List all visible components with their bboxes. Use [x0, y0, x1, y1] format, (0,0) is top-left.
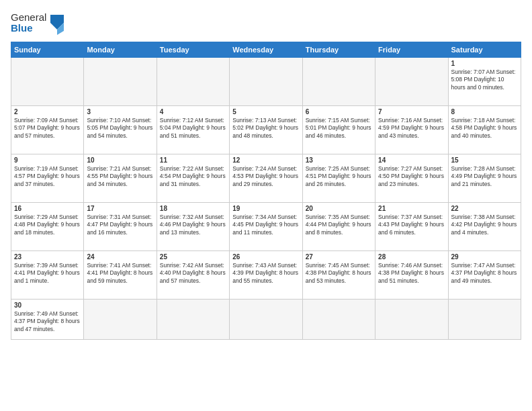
day-info: Sunrise: 7:16 AM Sunset: 4:59 PM Dayligh… [378, 117, 445, 140]
calendar-cell: 9Sunrise: 7:19 AM Sunset: 4:57 PM Daylig… [11, 154, 84, 203]
day-info: Sunrise: 7:41 AM Sunset: 4:41 PM Dayligh… [87, 262, 153, 285]
day-info: Sunrise: 7:24 AM Sunset: 4:53 PM Dayligh… [232, 165, 299, 188]
calendar-cell: 15Sunrise: 7:28 AM Sunset: 4:49 PM Dayli… [448, 154, 521, 203]
day-info: Sunrise: 7:28 AM Sunset: 4:49 PM Dayligh… [451, 165, 518, 188]
calendar-cell [302, 58, 375, 106]
calendar-cell: 3Sunrise: 7:10 AM Sunset: 5:05 PM Daylig… [84, 106, 157, 154]
calendar-cell [375, 300, 448, 340]
day-number: 30 [14, 302, 81, 309]
day-number: 10 [87, 156, 153, 164]
day-info: Sunrise: 7:43 AM Sunset: 4:39 PM Dayligh… [232, 262, 299, 285]
day-info: Sunrise: 7:42 AM Sunset: 4:40 PM Dayligh… [160, 262, 226, 285]
day-number: 11 [160, 156, 226, 164]
day-number: 6 [306, 108, 372, 116]
calendar-cell: 12Sunrise: 7:24 AM Sunset: 4:53 PM Dayli… [230, 154, 302, 203]
day-number: 22 [451, 205, 518, 212]
day-number: 5 [232, 108, 299, 116]
day-info: Sunrise: 7:35 AM Sunset: 4:44 PM Dayligh… [306, 214, 372, 236]
day-number: 13 [306, 156, 372, 164]
day-info: Sunrise: 7:25 AM Sunset: 4:51 PM Dayligh… [306, 165, 372, 188]
day-number: 23 [14, 253, 81, 261]
day-info: Sunrise: 7:49 AM Sunset: 4:37 PM Dayligh… [14, 310, 81, 333]
day-info: Sunrise: 7:10 AM Sunset: 5:05 PM Dayligh… [87, 117, 153, 140]
calendar-cell: 23Sunrise: 7:39 AM Sunset: 4:41 PM Dayli… [11, 251, 84, 300]
calendar-cell [230, 58, 302, 106]
weekday-header-sunday: Sunday [11, 42, 84, 58]
day-number: 17 [87, 205, 153, 212]
day-number: 15 [451, 156, 518, 164]
weekday-header-saturday: Saturday [448, 42, 521, 58]
calendar-cell: 1Sunrise: 7:07 AM Sunset: 5:08 PM Daylig… [448, 58, 521, 106]
calendar-cell [157, 300, 229, 340]
calendar-cell [448, 300, 521, 340]
day-info: Sunrise: 7:18 AM Sunset: 4:58 PM Dayligh… [451, 117, 518, 140]
calendar-cell: 19Sunrise: 7:34 AM Sunset: 4:45 PM Dayli… [230, 203, 302, 251]
day-info: Sunrise: 7:37 AM Sunset: 4:43 PM Dayligh… [378, 214, 445, 236]
day-info: Sunrise: 7:19 AM Sunset: 4:57 PM Dayligh… [14, 165, 81, 188]
day-number: 28 [378, 253, 445, 261]
weekday-header-tuesday: Tuesday [157, 42, 229, 58]
day-number: 24 [87, 253, 153, 261]
calendar-cell [84, 58, 157, 106]
calendar-cell: 28Sunrise: 7:46 AM Sunset: 4:38 PM Dayli… [375, 251, 448, 300]
day-number: 2 [14, 108, 81, 116]
calendar-cell [11, 58, 84, 106]
calendar-week-row: 1Sunrise: 7:07 AM Sunset: 5:08 PM Daylig… [11, 58, 521, 106]
calendar-cell: 17Sunrise: 7:31 AM Sunset: 4:47 PM Dayli… [84, 203, 157, 251]
page: General Blue SundayMondayTuesdayWednesda… [0, 0, 532, 411]
weekday-header-friday: Friday [375, 42, 448, 58]
calendar-cell: 24Sunrise: 7:41 AM Sunset: 4:41 PM Dayli… [84, 251, 157, 300]
day-number: 12 [232, 156, 299, 164]
calendar-week-row: 9Sunrise: 7:19 AM Sunset: 4:57 PM Daylig… [11, 154, 521, 203]
calendar-cell [230, 300, 302, 340]
day-info: Sunrise: 7:22 AM Sunset: 4:54 PM Dayligh… [160, 165, 226, 188]
calendar-cell: 6Sunrise: 7:15 AM Sunset: 5:01 PM Daylig… [302, 106, 375, 154]
calendar-cell: 21Sunrise: 7:37 AM Sunset: 4:43 PM Dayli… [375, 203, 448, 251]
calendar-cell [84, 300, 157, 340]
weekday-header-thursday: Thursday [302, 42, 375, 58]
calendar-cell: 10Sunrise: 7:21 AM Sunset: 4:55 PM Dayli… [84, 154, 157, 203]
weekday-header-wednesday: Wednesday [230, 42, 302, 58]
day-info: Sunrise: 7:13 AM Sunset: 5:02 PM Dayligh… [232, 117, 299, 140]
day-number: 9 [14, 156, 81, 164]
logo-shape-icon [48, 11, 66, 35]
calendar-cell: 13Sunrise: 7:25 AM Sunset: 4:51 PM Dayli… [302, 154, 375, 203]
calendar-week-row: 16Sunrise: 7:29 AM Sunset: 4:48 PM Dayli… [11, 203, 521, 251]
weekday-header-monday: Monday [84, 42, 157, 58]
day-number: 20 [306, 205, 372, 212]
day-number: 25 [160, 253, 226, 261]
calendar-cell: 20Sunrise: 7:35 AM Sunset: 4:44 PM Dayli… [302, 203, 375, 251]
calendar-cell: 2Sunrise: 7:09 AM Sunset: 5:07 PM Daylig… [11, 106, 84, 154]
day-number: 21 [378, 205, 445, 212]
day-info: Sunrise: 7:21 AM Sunset: 4:55 PM Dayligh… [87, 165, 153, 188]
day-info: Sunrise: 7:45 AM Sunset: 4:38 PM Dayligh… [306, 262, 372, 285]
calendar-cell: 7Sunrise: 7:16 AM Sunset: 4:59 PM Daylig… [375, 106, 448, 154]
logo: General Blue [11, 11, 66, 35]
day-info: Sunrise: 7:27 AM Sunset: 4:50 PM Dayligh… [378, 165, 445, 188]
day-number: 8 [451, 108, 518, 116]
calendar-cell: 16Sunrise: 7:29 AM Sunset: 4:48 PM Dayli… [11, 203, 84, 251]
calendar-week-row: 30Sunrise: 7:49 AM Sunset: 4:37 PM Dayli… [11, 300, 521, 340]
calendar-cell: 18Sunrise: 7:32 AM Sunset: 4:46 PM Dayli… [157, 203, 229, 251]
day-number: 4 [160, 108, 226, 116]
day-number: 3 [87, 108, 153, 116]
calendar-cell: 30Sunrise: 7:49 AM Sunset: 4:37 PM Dayli… [11, 300, 84, 340]
day-info: Sunrise: 7:38 AM Sunset: 4:42 PM Dayligh… [451, 214, 518, 236]
day-info: Sunrise: 7:09 AM Sunset: 5:07 PM Dayligh… [14, 117, 81, 140]
day-info: Sunrise: 7:07 AM Sunset: 5:08 PM Dayligh… [451, 68, 518, 91]
day-number: 27 [306, 253, 372, 261]
day-number: 18 [160, 205, 226, 212]
calendar-cell: 26Sunrise: 7:43 AM Sunset: 4:39 PM Dayli… [230, 251, 302, 300]
day-info: Sunrise: 7:34 AM Sunset: 4:45 PM Dayligh… [232, 214, 299, 236]
calendar-cell: 5Sunrise: 7:13 AM Sunset: 5:02 PM Daylig… [230, 106, 302, 154]
calendar-cell: 22Sunrise: 7:38 AM Sunset: 4:42 PM Dayli… [448, 203, 521, 251]
day-info: Sunrise: 7:47 AM Sunset: 4:37 PM Dayligh… [451, 262, 518, 285]
day-info: Sunrise: 7:29 AM Sunset: 4:48 PM Dayligh… [14, 214, 81, 236]
day-number: 7 [378, 108, 445, 116]
calendar-cell [375, 58, 448, 106]
day-number: 1 [451, 60, 518, 67]
calendar-table: SundayMondayTuesdayWednesdayThursdayFrid… [11, 42, 521, 340]
day-info: Sunrise: 7:31 AM Sunset: 4:47 PM Dayligh… [87, 214, 153, 236]
calendar-week-row: 2Sunrise: 7:09 AM Sunset: 5:07 PM Daylig… [11, 106, 521, 154]
weekday-header-row: SundayMondayTuesdayWednesdayThursdayFrid… [11, 42, 521, 58]
